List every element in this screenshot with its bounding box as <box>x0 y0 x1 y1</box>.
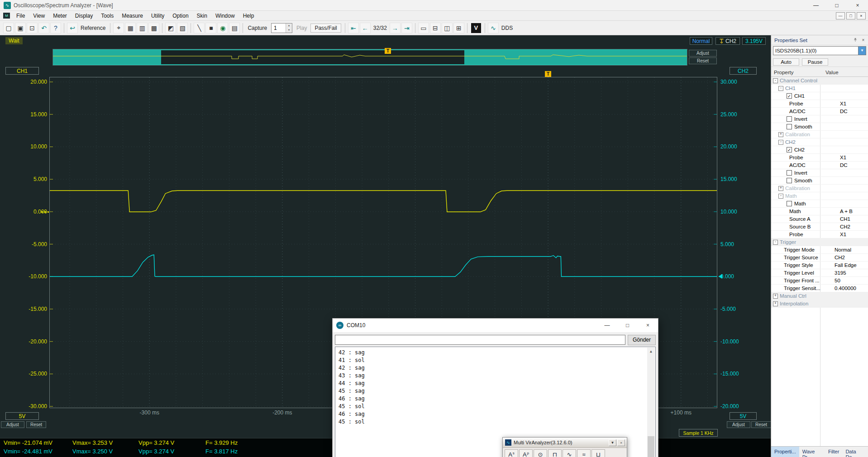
property-row-ac-dc[interactable]: AC/DCDC <box>771 108 868 115</box>
trigger-source-badge[interactable]: CH2 <box>715 37 740 45</box>
property-row-calibration[interactable]: +Calibration <box>771 185 868 192</box>
menu-display[interactable]: Display <box>71 13 97 19</box>
layout-horizontal-button[interactable]: ⊟ <box>430 23 441 33</box>
ch2-position-marker[interactable] <box>718 274 722 279</box>
property-row-ch1[interactable]: -CH1 <box>771 85 868 92</box>
property-value-math[interactable]: A + B <box>838 208 868 215</box>
property-value-probe[interactable]: X1 <box>838 100 868 107</box>
property-row-channel-control[interactable]: -Channel Control <box>771 77 868 85</box>
property-value-probe[interactable]: X1 <box>838 154 868 161</box>
property-row-trigger-sensit[interactable]: Trigger Sensit...0.400000 <box>771 285 868 292</box>
ch1-adjust-button[interactable]: Adjust <box>1 421 24 428</box>
property-value-probe[interactable]: X1 <box>838 231 868 238</box>
property-row-interpolation[interactable]: +Interpolation <box>771 300 868 308</box>
panel-tab-data-re[interactable]: Data Re... <box>842 447 868 457</box>
property-value-ch2[interactable] <box>835 146 868 153</box>
property-row-probe[interactable]: ProbeX1 <box>771 100 868 108</box>
property-value-ac-dc[interactable]: DC <box>838 162 868 169</box>
property-value-source-b[interactable]: CH2 <box>838 223 868 230</box>
menu-help[interactable]: Help <box>239 13 258 19</box>
reference-icon[interactable]: ↩ <box>67 23 78 33</box>
auto-measure-s-button[interactable]: As <box>505 449 518 457</box>
expand-icon[interactable]: + <box>778 186 783 191</box>
new-file-button[interactable]: ▢ <box>3 23 14 33</box>
property-value-ch1[interactable] <box>835 92 868 100</box>
pause-button[interactable]: Pause <box>802 58 828 66</box>
property-value-trigger-mode[interactable]: Normal <box>833 246 868 253</box>
checkbox-math[interactable] <box>787 201 792 206</box>
serial-close-icon[interactable]: × <box>638 319 658 332</box>
panel-tab-filter[interactable]: Filter <box>825 447 842 457</box>
property-row-calibration[interactable]: +Calibration <box>771 131 868 138</box>
property-row-probe[interactable]: ProbeX1 <box>771 231 868 238</box>
property-row-manual-ctrl[interactable]: +Manual Ctrl <box>771 292 868 300</box>
trigger-position-marker[interactable]: T <box>545 71 551 77</box>
layout-vertical-button[interactable]: ◫ <box>442 23 453 33</box>
property-row-trigger-front[interactable]: Trigger Front ...50 <box>771 277 868 285</box>
ch2-reset-button[interactable]: Reset <box>751 421 771 428</box>
property-value-trigger-front[interactable]: 50 <box>833 277 868 284</box>
property-row-ch1[interactable]: ✓CH1 <box>771 92 868 100</box>
checkbox-smooth[interactable] <box>787 178 792 183</box>
record-button[interactable]: ◉ <box>217 23 228 33</box>
chevron-down-icon[interactable]: ▼ <box>858 47 866 55</box>
pulse-tool-button[interactable]: ⊔ <box>591 449 605 457</box>
voltage-display-button[interactable]: V <box>471 23 481 33</box>
sine-wave-tool-button[interactable]: ∿ <box>563 449 576 457</box>
pin-icon[interactable] <box>852 38 858 43</box>
zoom-mode-button[interactable]: ▧ <box>177 23 188 33</box>
property-row-trigger-source[interactable]: Trigger SourceCH2 <box>771 254 868 262</box>
property-value-calibration[interactable] <box>827 131 868 138</box>
layout-single-button[interactable]: ▭ <box>418 23 429 33</box>
menu-skin[interactable]: Skin <box>193 13 211 19</box>
property-row-invert[interactable]: Invert <box>771 169 868 177</box>
help-button[interactable]: ? <box>50 23 61 33</box>
print-button[interactable]: ⊡ <box>27 23 38 33</box>
menu-tools[interactable]: Tools <box>97 13 118 19</box>
prev-frame-button[interactable]: ← <box>360 23 371 33</box>
collapse-icon[interactable]: - <box>778 194 783 199</box>
expand-icon[interactable]: + <box>773 301 778 306</box>
ch1-reset-button[interactable]: Reset <box>26 421 46 428</box>
property-value-trigger-sensit[interactable]: 0.400000 <box>833 285 868 292</box>
property-value-math[interactable] <box>835 200 868 207</box>
overview-reset-button[interactable]: Reset <box>689 57 717 64</box>
line-tool-button[interactable]: ╲ <box>194 23 205 33</box>
ch1-volts-div[interactable]: 5V <box>5 412 39 420</box>
layout-quad-button[interactable]: ⊞ <box>453 23 464 33</box>
property-value-smooth[interactable] <box>835 123 868 130</box>
next-frame-button[interactable]: → <box>390 23 401 33</box>
cursor-button[interactable]: ◩ <box>165 23 176 33</box>
maximize-icon[interactable]: □ <box>826 0 847 10</box>
property-row-trigger-style[interactable]: Trigger StyleFall Edge <box>771 262 868 269</box>
property-value-trigger-level[interactable]: 3195 <box>833 269 868 276</box>
property-value-ac-dc[interactable]: DC <box>838 108 868 115</box>
expand-icon[interactable]: + <box>773 294 778 299</box>
column-display-button[interactable]: ▥ <box>137 23 148 33</box>
serial-maximize-icon[interactable]: □ <box>617 319 638 332</box>
panel-tab-wave-pr[interactable]: Wave Pr... <box>799 447 825 457</box>
dds-icon[interactable]: ∿ <box>488 23 499 33</box>
save-button[interactable]: ▣ <box>15 23 26 33</box>
undo-button[interactable]: ↶ <box>38 23 49 33</box>
menu-option[interactable]: Option <box>168 13 192 19</box>
trigger-mode-button[interactable]: Normal <box>690 37 712 45</box>
property-row-math[interactable]: -Math <box>771 192 868 200</box>
ch2-adjust-button[interactable]: Adjust <box>727 421 750 428</box>
square-wave-tool-button[interactable]: ⊓ <box>548 449 562 457</box>
ripple-tool-button[interactable]: ≈ <box>577 449 591 457</box>
property-value-invert[interactable] <box>835 115 868 123</box>
menu-view[interactable]: View <box>29 13 49 19</box>
serial-monitor-titlebar[interactable]: ∞ COM10 — □ × <box>333 319 658 332</box>
pass-fail-button[interactable]: Pass/Fail <box>310 24 341 33</box>
property-value-invert[interactable] <box>835 169 868 176</box>
checkbox-invert[interactable] <box>787 116 792 122</box>
menu-measure[interactable]: Measure <box>118 13 147 19</box>
serial-input[interactable] <box>335 335 625 345</box>
display-mode-button[interactable]: ▤ <box>229 23 240 33</box>
property-row-trigger[interactable]: -Trigger <box>771 238 868 246</box>
property-value-ch1[interactable] <box>827 85 868 92</box>
scroll-up-icon[interactable]: ▲ <box>647 348 655 355</box>
waveform-overview-strip[interactable] <box>52 49 687 66</box>
close-icon[interactable]: × <box>847 0 868 10</box>
